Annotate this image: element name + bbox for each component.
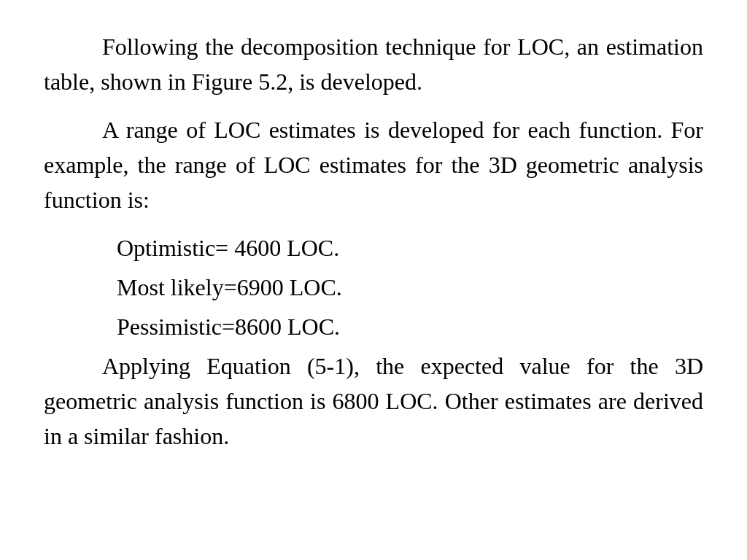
list-item-optimistic: Optimistic= 4600 LOC.: [117, 230, 703, 265]
page-content: Following the decomposition technique fo…: [0, 0, 747, 496]
paragraph-2: A range of LOC estimates is developed fo…: [44, 112, 703, 217]
list-item-most-likely: Most likely=6900 LOC.: [117, 270, 703, 305]
list-item-pessimistic: Pessimistic=8600 LOC.: [117, 309, 703, 344]
paragraph-1: Following the decomposition technique fo…: [44, 29, 703, 99]
paragraph-3: Applying Equation (5-1), the expected va…: [44, 349, 703, 454]
